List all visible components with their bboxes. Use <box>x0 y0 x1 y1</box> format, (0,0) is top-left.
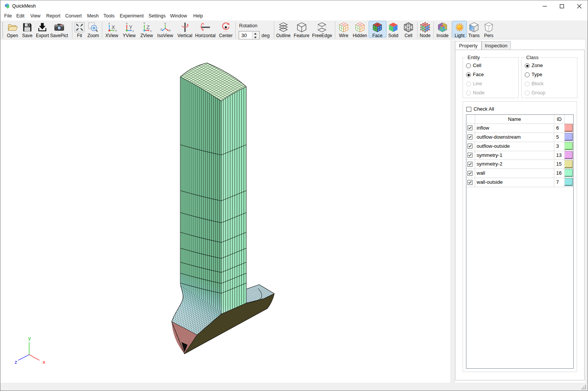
svg-text:Z: Z <box>146 24 150 30</box>
svg-text:x: x <box>126 22 128 25</box>
svg-text:x: x <box>42 360 45 365</box>
svg-text:Z: Z <box>160 28 162 31</box>
svg-text:x: x <box>150 29 152 33</box>
svg-text:y: y <box>28 336 31 341</box>
svg-text:z: z <box>108 22 110 25</box>
svg-text:Y: Y <box>164 22 166 25</box>
svg-text:Y: Y <box>143 22 145 25</box>
svg-text:z: z <box>14 360 17 365</box>
svg-text:X: X <box>169 29 171 32</box>
svg-text:z: z <box>132 29 134 33</box>
svg-text:Y: Y <box>115 29 117 33</box>
